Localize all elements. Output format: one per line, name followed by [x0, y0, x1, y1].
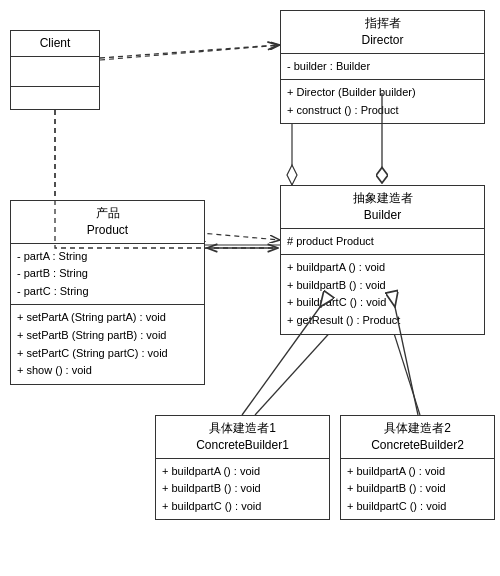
product-box: 产品 Product - partA : String - partB : St… [10, 200, 205, 385]
director-method-2: + construct () : Product [287, 102, 478, 120]
client-to-director-arrow [100, 45, 280, 60]
product-method-4: + show () : void [17, 362, 198, 380]
product-methods: + setPartA (String partA) : void + setPa… [11, 305, 204, 383]
concrete2-methods: + buildpartA () : void + buildpartB () :… [341, 459, 494, 520]
product-method-1: + setPartA (String partA) : void [17, 309, 198, 327]
concrete2-header: 具体建造者2 ConcreteBuilder2 [341, 416, 494, 459]
director-attributes: - builder : Builder [281, 54, 484, 81]
client-section1 [11, 57, 99, 87]
builder-method-3: + buildpartC () : void [287, 294, 478, 312]
builder-header: 抽象建造者 Builder [281, 186, 484, 229]
product-attributes: - partA : String - partB : String - part… [11, 244, 204, 306]
director-name-en: Director [287, 32, 478, 49]
director-builder-diamond [287, 165, 297, 185]
builder-attributes: # product Product [281, 229, 484, 256]
product-attr-1: - partA : String [17, 248, 198, 266]
concrete1-methods: + buildpartA () : void + buildpartB () :… [156, 459, 329, 520]
product-attr-2: - partB : String [17, 265, 198, 283]
concrete2-name-zh: 具体建造者2 [347, 420, 488, 437]
product-method-2: + setPartB (String partB) : void [17, 327, 198, 345]
concrete2-method-3: + buildpartC () : void [347, 498, 488, 516]
director-methods: + Director (Builder builder) + construct… [281, 80, 484, 123]
concrete-builder-1-box: 具体建造者1 ConcreteBuilder1 + buildpartA () … [155, 415, 330, 520]
builder-method-2: + buildpartB () : void [287, 277, 478, 295]
builder-method-4: + getResult () : Product [287, 312, 478, 330]
builder-box: 抽象建造者 Builder # product Product + buildp… [280, 185, 485, 335]
concrete1-method-3: + buildpartC () : void [162, 498, 323, 516]
client-box: Client [10, 30, 100, 110]
director-box: 指挥者 Director - builder : Builder + Direc… [280, 10, 485, 124]
director-attr-1: - builder : Builder [287, 58, 478, 76]
director-method-1: + Director (Builder builder) [287, 84, 478, 102]
concrete-builder-2-box: 具体建造者2 ConcreteBuilder2 + buildpartA () … [340, 415, 495, 520]
concrete1-name-en: ConcreteBuilder1 [162, 437, 323, 454]
concrete1-name-zh: 具体建造者1 [162, 420, 323, 437]
product-method-3: + setPartC (String partC) : void [17, 345, 198, 363]
concrete2-method-1: + buildpartA () : void [347, 463, 488, 481]
client-header: Client [11, 31, 99, 57]
concrete2-name-en: ConcreteBuilder2 [347, 437, 488, 454]
client-name: Client [40, 36, 71, 50]
builder-name-zh: 抽象建造者 [287, 190, 478, 207]
director-name-zh: 指挥者 [287, 15, 478, 32]
builder-method-1: + buildpartA () : void [287, 259, 478, 277]
diagram: Director (Client right side to Director … [0, 0, 500, 576]
builder-name-en: Builder [287, 207, 478, 224]
product-name-en: Product [17, 222, 198, 239]
concrete2-method-2: + buildpartB () : void [347, 480, 488, 498]
product-header: 产品 Product [11, 201, 204, 244]
concrete1-method-1: + buildpartA () : void [162, 463, 323, 481]
builder-methods: + buildpartA () : void + buildpartB () :… [281, 255, 484, 333]
concrete1-method-2: + buildpartB () : void [162, 480, 323, 498]
concrete1-header: 具体建造者1 ConcreteBuilder1 [156, 416, 329, 459]
product-name-zh: 产品 [17, 205, 198, 222]
product-attr-3: - partC : String [17, 283, 198, 301]
builder-attr-1: # product Product [287, 233, 478, 251]
director-header: 指挥者 Director [281, 11, 484, 54]
client-section2 [11, 87, 99, 117]
line-client-director [100, 45, 278, 58]
